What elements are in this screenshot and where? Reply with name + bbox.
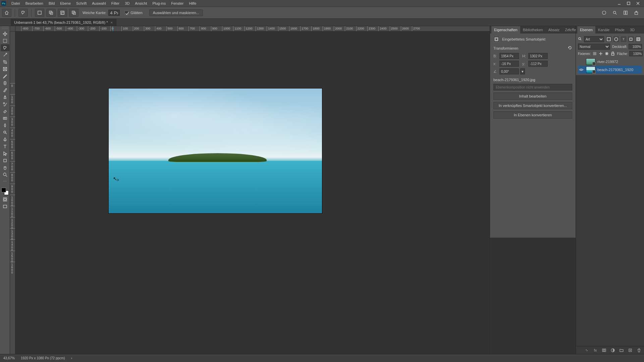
zoom-tool[interactable] (1, 171, 9, 178)
panel-collapse-icon[interactable]: « (569, 27, 571, 31)
menu-hilfe[interactable]: Hilfe (186, 1, 199, 5)
path-selection-tool[interactable] (1, 150, 9, 157)
layer-name[interactable]: river-219972 (597, 60, 641, 64)
close-tab-icon[interactable]: × (110, 20, 112, 24)
eraser-tool[interactable] (1, 108, 9, 115)
menu-ebene[interactable]: Ebene (57, 1, 73, 5)
angle-input[interactable] (499, 68, 519, 74)
layer-filter-kind[interactable]: Art (584, 36, 604, 42)
window-minimize-button[interactable] (614, 0, 624, 6)
filter-search-icon[interactable] (578, 37, 582, 42)
menu-ansicht[interactable]: Ansicht (132, 1, 150, 5)
canvas[interactable]: ↖⊃ (15, 32, 490, 354)
quick-mask-button[interactable] (1, 196, 9, 203)
reset-transform-icon[interactable] (568, 46, 572, 51)
toolbox-grip-icon[interactable] (2, 27, 8, 29)
lock-position-icon[interactable] (599, 51, 603, 56)
search-icon[interactable] (612, 10, 618, 16)
layer-name[interactable]: beach-2179361_1920 (597, 68, 641, 72)
convert-linked-button[interactable]: In verknüpftes Smartobjekt konvertieren.… (493, 102, 572, 109)
screen-mode-button[interactable] (1, 203, 9, 210)
new-adjustment-icon[interactable] (610, 348, 615, 353)
blend-mode-select[interactable]: Normal (578, 44, 610, 50)
selection-intersect-button[interactable] (69, 9, 78, 17)
feather-input[interactable] (108, 10, 120, 16)
lock-artboard-icon[interactable] (605, 51, 609, 56)
tab-kanaele[interactable]: Kanäle (595, 26, 612, 34)
selection-subtract-button[interactable] (58, 9, 67, 17)
frame-tool[interactable] (1, 65, 9, 72)
layer-comp-input[interactable] (493, 84, 572, 90)
menu-bild[interactable]: Bild (46, 1, 57, 5)
tab-eigenschaften[interactable]: Eigenschaften (491, 26, 520, 34)
document-tab[interactable]: Unbenannt-1 bei 43,7% (beach-2179361_192… (11, 19, 116, 26)
gradient-tool[interactable] (1, 115, 9, 122)
magic-wand-tool[interactable] (1, 51, 9, 58)
filter-shape-icon[interactable] (628, 37, 634, 42)
lasso-tool[interactable] (1, 44, 9, 51)
window-maximize-button[interactable] (624, 0, 633, 6)
history-brush-tool[interactable] (1, 101, 9, 108)
healing-brush-tool[interactable] (1, 79, 9, 86)
select-and-mask-button[interactable]: Auswählen und maskieren... (149, 9, 203, 16)
edit-toolbar-icon[interactable]: ⋯ (1, 178, 9, 185)
filter-smartobject-icon[interactable] (636, 37, 641, 42)
foreground-color-swatch[interactable] (1, 188, 6, 192)
type-tool[interactable] (1, 143, 9, 150)
layer-thumbnail[interactable]: ▫ (586, 66, 595, 73)
docinfo-flyout-icon[interactable]: › (71, 356, 72, 360)
menu-schrift[interactable]: Schrift (73, 1, 89, 5)
workspace-switcher-icon[interactable] (623, 10, 629, 16)
menu-datei[interactable]: Datei (9, 1, 23, 5)
link-layers-icon[interactable] (584, 348, 589, 353)
marquee-tool[interactable] (1, 37, 9, 44)
width-input[interactable] (499, 53, 519, 59)
document-info[interactable]: 1920 Px x 1080 Px (72 ppcm) (21, 356, 65, 360)
tab-ebenen[interactable]: Ebenen (577, 26, 595, 34)
new-group-icon[interactable] (619, 348, 624, 353)
pen-tool[interactable] (1, 136, 9, 143)
menu-plugins[interactable]: Plug-ins (150, 1, 168, 5)
menu-bearbeiten[interactable]: Bearbeiten (23, 1, 46, 5)
lock-all-icon[interactable] (611, 51, 615, 56)
tab-bibliotheken[interactable]: Bibliotheken (520, 26, 546, 34)
color-swatches[interactable] (1, 187, 9, 196)
lock-pixels-icon[interactable] (593, 51, 597, 56)
crop-tool[interactable] (1, 58, 9, 65)
filter-adjustment-icon[interactable] (613, 37, 619, 42)
opacity-input[interactable] (629, 44, 642, 49)
layer-row[interactable]: ▫ beach-2179361_1920 (578, 66, 642, 74)
horizontal-ruler[interactable]: -800-700-600-500-400-300-200-10001002003… (15, 26, 490, 32)
menu-3d[interactable]: 3D (122, 1, 132, 5)
window-close-button[interactable] (633, 0, 643, 6)
blur-tool[interactable] (1, 122, 9, 129)
filter-type-icon[interactable]: T (621, 37, 626, 42)
panel-close-icon[interactable]: × (572, 27, 574, 31)
layer-thumbnail[interactable]: ▫ (586, 58, 595, 65)
fill-input[interactable] (629, 51, 643, 56)
layer-row[interactable]: ▫ river-219972 (578, 58, 642, 66)
filter-pixel-icon[interactable] (606, 37, 611, 42)
current-tool-icon[interactable] (18, 9, 28, 17)
eyedropper-tool[interactable] (1, 72, 9, 79)
new-layer-icon[interactable] (628, 348, 633, 353)
add-mask-icon[interactable] (602, 348, 606, 353)
menu-filter[interactable]: Filter (109, 1, 122, 5)
vertical-ruler[interactable]: 0100200300400500600700800900100011001200… (10, 26, 15, 354)
tab-absatz[interactable]: Absatz (546, 26, 562, 34)
dodge-tool[interactable] (1, 129, 9, 136)
edit-contents-button[interactable]: Inhalt bearbeiten (493, 93, 572, 100)
convert-layers-button[interactable]: In Ebenen konvertieren (493, 111, 572, 119)
selection-add-button[interactable] (46, 9, 56, 17)
clone-stamp-tool[interactable] (1, 94, 9, 101)
y-input[interactable] (528, 61, 548, 67)
menu-fenster[interactable]: Fenster (168, 1, 186, 5)
layer-visibility-toggle[interactable] (579, 67, 584, 72)
menu-auswahl[interactable]: Auswahl (89, 1, 109, 5)
share-icon[interactable] (633, 10, 639, 16)
layer-fx-icon[interactable]: fx (593, 348, 598, 353)
cloud-docs-icon[interactable] (601, 10, 607, 16)
hand-tool[interactable] (1, 164, 9, 171)
angle-dropdown[interactable]: ▾ (520, 68, 525, 74)
brush-tool[interactable] (1, 86, 9, 94)
